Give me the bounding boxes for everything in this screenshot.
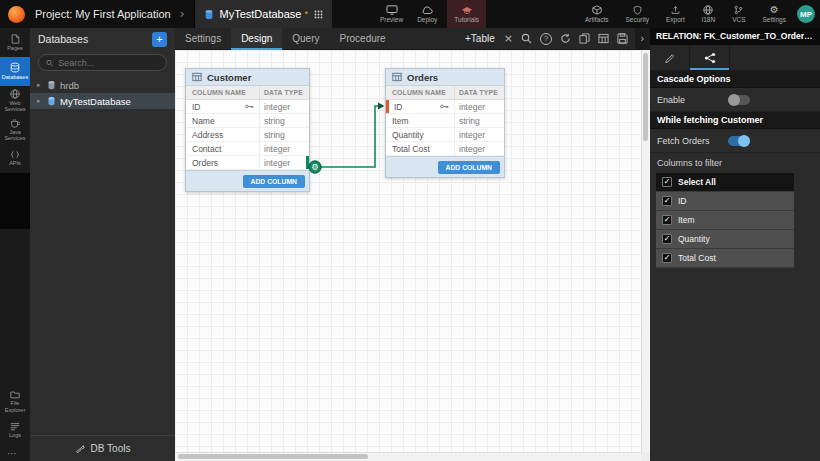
column-row-contact[interactable]: Contact integer <box>186 142 309 156</box>
checkbox-checked-icon[interactable]: ✓ <box>662 253 672 263</box>
filter-row-id[interactable]: ✓ ID <box>656 192 794 211</box>
column-row-id[interactable]: ID integer <box>386 100 504 114</box>
tab-procedure[interactable]: Procedure <box>330 28 396 50</box>
wrench-icon <box>75 444 85 454</box>
save-icon[interactable] <box>617 33 628 44</box>
column-type: integer <box>454 128 504 141</box>
collapse-panel-chevron[interactable]: › <box>635 28 650 50</box>
tab-settings[interactable]: Settings <box>175 28 231 50</box>
enable-toggle[interactable] <box>728 95 750 105</box>
tree-item-mytestdatabase[interactable]: ▸ MyTestDatabase <box>30 93 175 109</box>
filter-row-quantity[interactable]: ✓ Quantity <box>656 230 794 249</box>
filter-row-item[interactable]: ✓ Item <box>656 211 794 230</box>
database-search[interactable] <box>38 54 167 71</box>
tab-design[interactable]: Design <box>231 28 282 50</box>
column-type: integer <box>454 142 504 155</box>
deploy-button[interactable]: Deploy <box>413 0 441 28</box>
relation-anchor[interactable] <box>306 156 309 169</box>
database-tab[interactable]: MyTestDatabase * <box>194 0 332 28</box>
col-header-name: COLUMN NAME <box>186 89 259 96</box>
security-label: Security <box>625 16 648 23</box>
column-row-address[interactable]: Address string <box>186 128 309 142</box>
horizontal-scrollbar[interactable] <box>175 452 641 461</box>
scrollbar-thumb[interactable] <box>178 454 368 459</box>
help-icon[interactable]: ? <box>540 33 552 45</box>
tree-chevron-icon[interactable]: ▸ <box>37 97 43 105</box>
rail-item-java-services[interactable]: Java Services <box>0 115 30 144</box>
rail-item-logs[interactable]: Logs <box>0 416 30 445</box>
left-icon-rail: Pages Databases Web Services <box>0 28 30 461</box>
scrollbar-corner <box>641 452 650 461</box>
table-card-customer[interactable]: Customer COLUMN NAME DATA TYPE ID intege… <box>185 68 310 192</box>
i18n-button[interactable]: i18N <box>698 0 719 28</box>
rail-item-web-services[interactable]: Web Services <box>0 86 30 115</box>
tutorials-button[interactable]: Tutorials <box>447 0 486 28</box>
add-column-button[interactable]: ADD COLUMN <box>438 161 500 174</box>
tree-chevron-icon[interactable]: ▸ <box>37 81 43 89</box>
tab-relations[interactable] <box>690 45 730 70</box>
table-card-header[interactable]: Customer <box>186 69 309 86</box>
artifacts-button[interactable]: Artifacts <box>581 0 612 28</box>
column-row-total-cost[interactable]: Total Cost integer <box>386 142 504 156</box>
add-column-button[interactable]: ADD COLUMN <box>243 175 305 188</box>
db-tools-button[interactable]: DB Tools <box>30 435 175 461</box>
close-icon[interactable]: × <box>504 32 513 45</box>
pencil-icon <box>664 52 675 63</box>
tab-query[interactable]: Query <box>282 28 329 50</box>
checkbox-checked-icon[interactable]: ✓ <box>662 215 672 225</box>
tree-item-hrdb[interactable]: ▸ hrdb <box>30 77 175 93</box>
user-avatar[interactable]: MP <box>797 5 815 23</box>
rail-item-pages[interactable]: Pages <box>0 28 30 57</box>
filter-label: Quantity <box>678 234 710 244</box>
vcs-button[interactable]: VCS <box>728 0 749 28</box>
vertical-scrollbar[interactable] <box>641 50 650 452</box>
grid-menu-icon[interactable] <box>314 10 323 19</box>
preview-button[interactable]: Preview <box>376 0 407 28</box>
checkbox-checked-icon[interactable]: ✓ <box>662 196 672 206</box>
add-table-button[interactable]: +Table <box>465 33 495 44</box>
column-row-item[interactable]: Item string <box>386 114 504 128</box>
fetch-orders-toggle[interactable] <box>728 136 750 146</box>
rail-item-file-explorer[interactable]: File Explorer <box>0 387 30 416</box>
zoom-search-icon[interactable] <box>521 33 532 44</box>
column-row-name[interactable]: Name string <box>186 114 309 128</box>
table-card-orders[interactable]: Orders COLUMN NAME DATA TYPE ID integer … <box>385 68 505 178</box>
rail-item-apis[interactable]: APIs <box>0 144 30 173</box>
checkbox-checked-icon[interactable]: ✓ <box>662 234 672 244</box>
i18n-label: i18N <box>702 16 715 23</box>
branch-icon <box>734 5 743 15</box>
settings-label: Settings <box>763 16 787 23</box>
enable-row: Enable <box>650 88 820 112</box>
add-database-button[interactable]: + <box>152 32 167 47</box>
column-row-quantity[interactable]: Quantity integer <box>386 128 504 142</box>
rail-item-databases[interactable]: Databases <box>0 57 30 86</box>
column-row-id[interactable]: ID integer <box>186 100 309 114</box>
column-row-orders[interactable]: Orders integer <box>186 156 309 170</box>
column-type: integer <box>259 156 309 169</box>
more-options-icon[interactable]: ⋯ <box>0 445 30 461</box>
wavemaker-logo-icon[interactable] <box>8 6 25 23</box>
scrollbar-thumb[interactable] <box>643 53 648 141</box>
settings-button[interactable]: ⚙ Settings <box>759 0 791 28</box>
checkbox-checked-icon[interactable]: ✓ <box>662 177 672 187</box>
refresh-icon[interactable] <box>560 33 571 44</box>
databases-icon <box>10 62 20 73</box>
tab-edit[interactable] <box>650 45 690 70</box>
rail-label: Pages <box>7 45 23 51</box>
search-input[interactable] <box>58 58 159 68</box>
design-canvas[interactable]: Customer COLUMN NAME DATA TYPE ID intege… <box>175 50 650 461</box>
copy-icon[interactable] <box>579 33 590 44</box>
fetch-orders-label: Fetch Orders <box>657 136 710 146</box>
export-button[interactable]: Export <box>662 0 689 28</box>
table-card-header[interactable]: Orders <box>386 69 504 86</box>
col-header-type: DATA TYPE <box>259 86 309 99</box>
rail-label: Java Services <box>1 129 29 142</box>
filter-row-total-cost[interactable]: ✓ Total Cost <box>656 249 794 268</box>
canvas-toolbar-icons: × ? <box>504 32 628 45</box>
table-card-footer: ADD COLUMN <box>386 156 504 177</box>
chevron-right-icon[interactable]: › <box>180 7 185 21</box>
filter-row-select-all[interactable]: ✓ Select All <box>656 173 794 192</box>
rail-label: APIs <box>9 160 21 166</box>
security-button[interactable]: Security <box>621 0 652 28</box>
export-table-icon[interactable] <box>598 33 609 44</box>
